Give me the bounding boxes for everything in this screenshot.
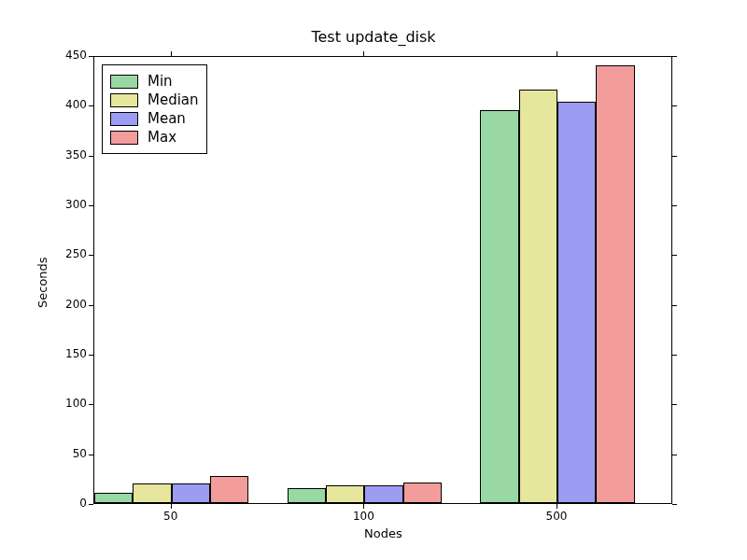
y-tick-mark-right bbox=[672, 156, 677, 157]
y-tick-mark-right bbox=[672, 455, 677, 455]
y-tick-mark-right bbox=[672, 355, 677, 356]
bar-median-500 bbox=[519, 90, 557, 503]
y-axis-label: Seconds bbox=[35, 257, 49, 308]
y-tick-mark-right bbox=[672, 205, 677, 206]
bar-min-100 bbox=[288, 488, 326, 503]
y-tick-mark bbox=[89, 404, 93, 405]
legend-label: Median bbox=[148, 91, 199, 108]
legend: MinMedianMeanMax bbox=[102, 64, 207, 154]
y-tick-mark bbox=[89, 156, 93, 157]
y-tick-label: 100 bbox=[51, 397, 87, 410]
legend-item-min: Min bbox=[110, 73, 199, 90]
x-axis-label: Nodes bbox=[364, 526, 402, 540]
legend-swatch bbox=[110, 75, 138, 89]
x-tick-label: 50 bbox=[148, 510, 194, 523]
y-tick-label: 250 bbox=[51, 247, 87, 260]
legend-label: Mean bbox=[148, 110, 186, 127]
x-tick-mark bbox=[363, 504, 364, 509]
x-tick-mark bbox=[557, 504, 557, 509]
legend-swatch bbox=[110, 131, 138, 145]
bar-min-500 bbox=[480, 110, 518, 503]
y-tick-mark bbox=[89, 504, 93, 505]
y-tick-mark-right bbox=[672, 56, 677, 57]
bar-max-50 bbox=[210, 476, 248, 503]
y-tick-mark bbox=[89, 56, 93, 57]
y-tick-label: 200 bbox=[51, 298, 87, 311]
x-tick-mark-top bbox=[171, 51, 172, 56]
bar-median-100 bbox=[326, 485, 364, 503]
legend-swatch bbox=[110, 93, 138, 107]
plot-area: MinMedianMeanMax bbox=[93, 56, 672, 504]
y-tick-label: 400 bbox=[51, 98, 87, 111]
bar-min-50 bbox=[94, 493, 133, 503]
figure: Test update_disk Seconds Nodes MinMedian… bbox=[0, 0, 747, 560]
chart-title: Test update_disk bbox=[0, 28, 747, 46]
legend-item-mean: Mean bbox=[110, 110, 199, 127]
y-tick-mark-right bbox=[672, 504, 677, 505]
y-tick-mark-right bbox=[672, 305, 677, 306]
y-tick-mark-right bbox=[672, 404, 677, 405]
bar-max-500 bbox=[596, 65, 634, 503]
x-tick-label: 500 bbox=[533, 510, 580, 523]
bar-mean-50 bbox=[172, 483, 210, 503]
y-tick-label: 350 bbox=[51, 148, 87, 161]
bar-median-50 bbox=[133, 483, 171, 503]
y-tick-mark bbox=[89, 255, 93, 256]
y-tick-label: 300 bbox=[51, 198, 87, 211]
legend-label: Min bbox=[148, 73, 173, 90]
bar-mean-100 bbox=[364, 485, 402, 503]
y-tick-label: 150 bbox=[51, 347, 87, 360]
y-tick-mark bbox=[89, 305, 93, 306]
y-tick-mark bbox=[89, 355, 93, 356]
legend-item-median: Median bbox=[110, 91, 199, 108]
legend-item-max: Max bbox=[110, 129, 199, 146]
legend-swatch bbox=[110, 112, 138, 126]
y-tick-mark bbox=[89, 205, 93, 206]
x-tick-label: 100 bbox=[340, 510, 387, 523]
legend-label: Max bbox=[148, 129, 176, 146]
x-tick-mark-top bbox=[363, 51, 364, 56]
y-tick-label: 50 bbox=[51, 447, 87, 460]
x-tick-mark-top bbox=[557, 51, 557, 56]
x-tick-mark bbox=[171, 504, 172, 509]
y-tick-mark-right bbox=[672, 105, 677, 106]
y-tick-mark bbox=[89, 105, 93, 106]
y-tick-label: 450 bbox=[51, 49, 87, 62]
y-tick-label: 0 bbox=[51, 497, 87, 510]
y-tick-mark-right bbox=[672, 255, 677, 256]
bar-max-100 bbox=[403, 483, 442, 503]
bar-mean-500 bbox=[557, 102, 596, 503]
y-tick-mark bbox=[89, 455, 93, 455]
